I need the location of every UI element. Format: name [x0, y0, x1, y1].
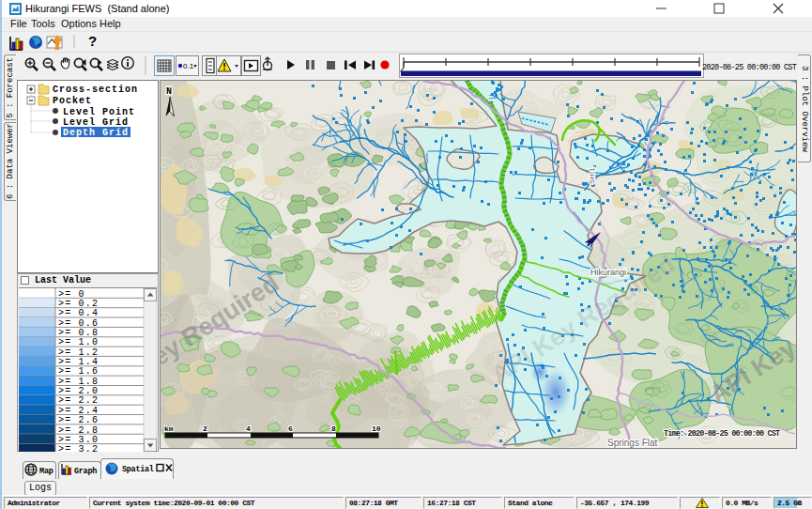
svg-text:Springs Flat: Springs Flat	[607, 438, 658, 448]
svg-text:>= 1.8: >= 1.8	[58, 377, 99, 387]
svg-text:>= 0.6: >= 0.6	[58, 318, 99, 329]
svg-text:Graph: Graph	[74, 467, 97, 476]
svg-text:Time: 2020-08-25 00:00:00 CST: Time: 2020-08-25 00:00:00 CST	[664, 429, 780, 439]
svg-text:SH 1: SH 1	[588, 167, 596, 184]
svg-text:Level Point: Level Point	[63, 107, 135, 117]
svg-text:>= 2.6: >= 2.6	[58, 415, 99, 425]
svg-text:N: N	[166, 86, 172, 97]
svg-text:10: 10	[372, 424, 381, 433]
svg-text:Spatial: Spatial	[122, 465, 154, 474]
svg-text:>= 0.8: >= 0.8	[58, 328, 99, 338]
svg-text:2020-08-25 00:00:00 CST: 2020-08-25 00:00:00 CST	[702, 63, 797, 72]
svg-text:Cross-section: Cross-section	[53, 85, 138, 95]
svg-text:>= 1.4: >= 1.4	[58, 357, 99, 367]
svg-text:>= 3.2: >= 3.2	[58, 444, 99, 452]
svg-text:4: 4	[246, 424, 251, 433]
svg-text:>= 2.2: >= 2.2	[58, 395, 99, 406]
svg-text:km: km	[164, 424, 174, 433]
svg-text:0.1: 0.1	[183, 62, 194, 70]
svg-text:>= 0.2: >= 0.2	[58, 299, 99, 309]
svg-text:Hikurangi: Hikurangi	[590, 268, 626, 277]
svg-text:Map: Map	[39, 467, 54, 476]
svg-text:8: 8	[331, 424, 336, 433]
svg-text:>= 3.0: >= 3.0	[58, 435, 99, 445]
svg-text:2: 2	[203, 424, 207, 433]
svg-text:6: 6	[288, 424, 293, 433]
svg-text:Level Grid: Level Grid	[63, 117, 129, 128]
svg-text:Depth Grid: Depth Grid	[63, 128, 129, 138]
svg-text:?: ?	[88, 33, 97, 49]
svg-text:Pocket: Pocket	[53, 96, 92, 106]
